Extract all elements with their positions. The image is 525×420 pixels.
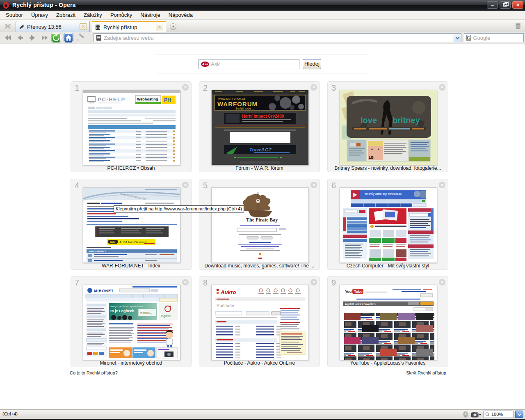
tab-speed-dial[interactable]: Rychlý přístup ✕ [92, 21, 166, 32]
mironet-logo: MIRONET [94, 289, 114, 293]
page-icon [96, 35, 101, 41]
dial-number: 7 [75, 278, 79, 288]
dial-number: 3 [331, 83, 336, 93]
dial-close-button[interactable]: ✕ [310, 279, 317, 285]
piratebay-title: The Pirate Bay [246, 217, 278, 223]
forward-icon[interactable] [27, 34, 38, 42]
new-tab-button[interactable]: + [170, 23, 176, 30]
dial-number: 1 [75, 83, 79, 93]
menu-napoveda[interactable]: Nápověda [164, 11, 197, 19]
trash-icon[interactable] [515, 23, 521, 29]
dial-cell-8[interactable]: 8 ✕ Aukro Počítače [199, 276, 320, 367]
tab-close-button[interactable]: ✕ [80, 23, 87, 30]
search-box[interactable]: G [464, 33, 524, 42]
dial-caption: WAR-FORUM.NET - Index [73, 263, 189, 269]
tab-close-button[interactable]: ✕ [156, 24, 163, 30]
dial-cell-4[interactable]: 4 ✕ WWW.WARFORUM.NET [71, 179, 192, 270]
dial-cell-2[interactable]: 2 ✕ WWW.WAR-FORUM.CZ WARFORUM Surfeři so… [199, 81, 320, 172]
dial-cell-7[interactable]: 7 ✕ MIRONET [71, 276, 192, 367]
dial-cell-6[interactable]: 6 ✕ mít svůj vlastní styl www.czc.cz [327, 179, 448, 270]
forum-header: WAR FORUM.CZ [89, 250, 107, 253]
thumbnail-piratebay[interactable]: The Pirate Bay [211, 187, 309, 263]
dial-caption: Mironet - internetový obchod [73, 360, 189, 366]
fast-forward-icon[interactable] [39, 34, 50, 42]
reload-button[interactable] [52, 33, 61, 42]
thumbnail-youtube[interactable]: You Tube AppleiLucas's Favorites [340, 285, 437, 360]
ask-search-field[interactable]: Ask [199, 59, 299, 69]
dial-close-button[interactable]: ✕ [182, 84, 189, 91]
dial-close-button[interactable]: ✕ [439, 182, 445, 188]
back-icon[interactable] [15, 34, 25, 42]
dial-close-button[interactable]: ✕ [310, 182, 317, 188]
panel-toggle-icon[interactable] [4, 23, 11, 29]
menu-pomucky[interactable]: Pomůcky [106, 11, 136, 19]
address-field[interactable] [94, 33, 461, 42]
pencil-icon[interactable] [75, 34, 85, 42]
dial-close-button[interactable]: ✕ [182, 182, 189, 188]
window-title: Rychlý přístup - Opera [12, 2, 76, 8]
dial-caption: Download music, movies, games, software!… [201, 263, 318, 269]
restore-icon [503, 3, 507, 7]
thumbnail-warforumnet[interactable]: WWW.WARFORUM.NET [83, 187, 180, 263]
dial-caption: Britney Spears - novinky, download, foto… [329, 165, 446, 171]
reload-icon [52, 34, 60, 42]
opera-window: Rychlý přístup - Opera – ✕ Soubor Úpravy… [0, 0, 525, 420]
close-button[interactable]: ✕ [512, 1, 523, 9]
youtube-logo-you: You [345, 290, 352, 294]
address-input[interactable] [104, 35, 454, 41]
webhosting-banner: Webhosting [137, 97, 158, 101]
dial-cell-1[interactable]: 1 ✕ PC-HELP Webhosting PH [71, 81, 192, 172]
speed-dial-hide-link[interactable]: Skrýt Rychlý přístup [406, 370, 446, 375]
dial-close-button[interactable]: ✕ [182, 279, 189, 285]
zoom-control[interactable]: 100% [483, 411, 514, 418]
dial-number: 6 [331, 181, 336, 190]
youtube-logo-tube: Tube [354, 290, 363, 294]
dial-number: 5 [203, 181, 208, 190]
britney-title-left: love [361, 116, 377, 125]
thumbnail-mironet[interactable]: MIRONET [83, 285, 180, 360]
rewind-icon[interactable] [2, 34, 13, 42]
home-button[interactable] [64, 33, 73, 42]
thumbnail-czc[interactable]: mít svůj vlastní styl www.czc.cz [340, 187, 437, 263]
menu-soubor[interactable]: Soubor [2, 11, 27, 19]
speed-dial-help-link[interactable]: Co je to Rychlý přístup? [70, 370, 118, 375]
dial-close-button[interactable]: ✕ [310, 84, 317, 91]
home-icon [64, 34, 73, 42]
dial-cell-3[interactable]: 3 ✕ love britney [327, 81, 448, 172]
thumbnail-aukro[interactable]: Aukro Počítače [211, 285, 309, 360]
thumbnail-pchelp[interactable]: PC-HELP Webhosting PH [83, 90, 180, 165]
device-icon[interactable] [462, 411, 469, 418]
menu-zalozky[interactable]: Záložky [80, 11, 106, 19]
dial-cell-9[interactable]: 9 ✕ You Tube AppleiLucas's Favorites [327, 276, 448, 367]
restore-button[interactable] [500, 1, 511, 9]
dial-caption: Fórum - W.A.R. fórum [201, 165, 318, 171]
thumbnail-warforum[interactable]: WWW.WAR-FORUM.CZ WARFORUM Surfeři sobě .… [211, 90, 309, 165]
dial-close-button[interactable]: ✕ [439, 84, 445, 91]
speed-dial-page: Ask Hledej 1 ✕ PC-HELP Webhosting [0, 43, 525, 409]
google-icon: G [466, 35, 471, 41]
dial-cell-5[interactable]: 5 ✕ The Pirate Bay [199, 179, 320, 270]
menu-zobrazit[interactable]: Zobrazit [52, 11, 80, 19]
menu-nastroje[interactable]: Nástroje [136, 11, 164, 19]
search-input[interactable] [473, 35, 525, 41]
warforum-site: WWW.WAR-FORUM.CZ [218, 98, 245, 100]
camera-icon[interactable] [471, 411, 482, 418]
mironet-logitech: logitech [161, 315, 171, 318]
britney-title-right: britney [393, 116, 420, 125]
tab-label: Rychlý přístup [103, 24, 156, 30]
tab-label: Přenosy 13:56 [27, 24, 80, 30]
chevron-down-icon [517, 412, 521, 416]
search-submit-button[interactable]: Hledej [303, 59, 321, 69]
dial-caption: YouTube - AppleiLucas's Favorites [329, 360, 446, 366]
ph-banner: PH [164, 97, 171, 103]
minimize-button[interactable]: – [487, 1, 498, 9]
menu-upravy[interactable]: Úpravy [27, 11, 52, 19]
zoom-dropdown-button[interactable] [515, 411, 523, 418]
dial-close-button[interactable]: ✕ [439, 279, 445, 285]
ask-search-input[interactable] [211, 61, 299, 67]
tab-transfers[interactable]: Přenosy 13:56 ✕ [16, 21, 90, 32]
czc-banner: mít svůj vlastní styl www.czc.cz [365, 192, 402, 196]
address-dropdown-button[interactable] [454, 34, 461, 42]
status-bar: (Ctrl+4) 100% [0, 409, 525, 419]
thumbnail-britney[interactable]: love britney LB [340, 90, 437, 165]
